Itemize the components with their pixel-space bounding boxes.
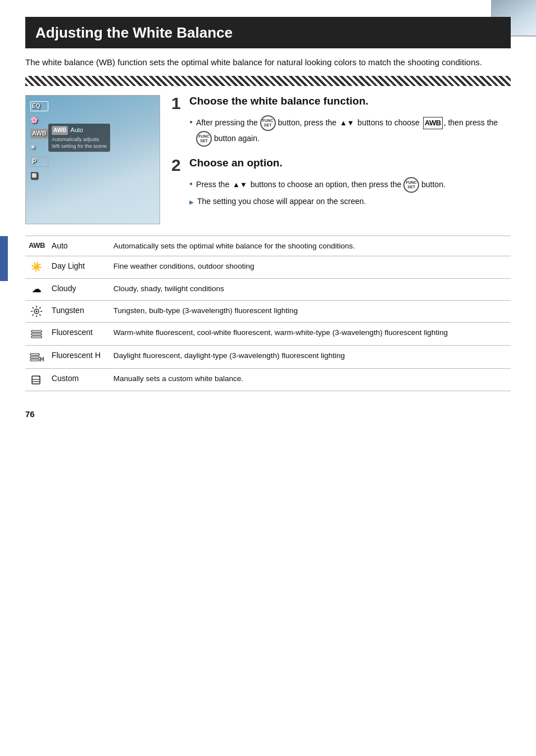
svg-text:H: H bbox=[40, 356, 44, 363]
camera-illustration: EQ 🌸 AWB ✳ P 🔲 AWB Auto Automatically ad… bbox=[25, 95, 160, 224]
row-icon-fluorescent-h: H bbox=[29, 353, 44, 360]
camera-desc1: Automatically adjusts bbox=[52, 137, 99, 142]
svg-rect-15 bbox=[30, 359, 39, 361]
side-tab bbox=[0, 236, 8, 281]
camera-desc2: WB setting for the scene bbox=[52, 143, 107, 149]
page-title: Adjusting the White Balance bbox=[25, 17, 511, 48]
svg-rect-13 bbox=[30, 354, 39, 355]
svg-point-9 bbox=[36, 311, 38, 313]
wb-options-table: AWB Auto Automatically sets the optimal … bbox=[25, 236, 511, 391]
row-desc-custom: Manually sets a custom white balance. bbox=[110, 369, 511, 391]
row-icon-custom bbox=[30, 374, 43, 384]
page-number: 76 bbox=[25, 408, 511, 420]
row-name-cloudy: Cloudy bbox=[48, 278, 110, 300]
row-icon-tungsten bbox=[30, 306, 43, 315]
step-2-number: 2 bbox=[171, 157, 184, 174]
step2-bullet1: Press the ▲▼ buttons to choose an option… bbox=[196, 177, 446, 193]
awb-box-label: AWB bbox=[52, 126, 68, 135]
step-1: 1 Choose the white balance function. ● A… bbox=[171, 95, 511, 147]
table-row: ☀️ Day Light Fine weather conditions, ou… bbox=[25, 256, 511, 278]
row-desc-fluorescent-h: Daylight fluorescent, daylight-type (3-w… bbox=[110, 346, 511, 369]
step-1-title: Choose the white balance function. bbox=[189, 95, 369, 108]
awb-icon-1: AWB bbox=[423, 117, 443, 129]
svg-rect-14 bbox=[30, 356, 39, 358]
bullet-dot-2b: ▶ bbox=[189, 198, 194, 207]
row-name-fluorescent-h: Fluorescent H bbox=[48, 346, 110, 369]
auto-label: Auto bbox=[70, 126, 83, 134]
bullet-dot-1: ● bbox=[189, 117, 193, 126]
step2-bullet2: The setting you chose will appear on the… bbox=[197, 196, 366, 208]
table-row: Custom Manually sets a custom white bala… bbox=[25, 369, 511, 391]
svg-line-5 bbox=[33, 307, 34, 309]
row-icon-auto: AWB bbox=[29, 241, 45, 250]
svg-rect-12 bbox=[31, 336, 42, 338]
step-2-title: Choose an option. bbox=[189, 157, 283, 170]
func-set-button-1: FUNCSET bbox=[260, 115, 276, 131]
row-icon-daylight: ☀️ bbox=[31, 262, 42, 271]
row-icon-fluorescent bbox=[30, 330, 43, 337]
row-name-fluorescent: Fluorescent bbox=[48, 323, 110, 346]
row-name-auto: Auto bbox=[48, 236, 110, 256]
table-row: AWB Auto Automatically sets the optimal … bbox=[25, 236, 511, 256]
bullet-dot-2a: ● bbox=[189, 179, 193, 188]
table-row: H Fluorescent H Daylight fluorescent, da… bbox=[25, 346, 511, 369]
svg-rect-10 bbox=[31, 331, 42, 332]
step-1-number: 1 bbox=[171, 95, 184, 112]
table-row: Tungsten Tungsten, bulb-type (3-waveleng… bbox=[25, 301, 511, 323]
svg-line-8 bbox=[33, 314, 34, 315]
stripe-divider bbox=[25, 76, 511, 86]
func-set-button-2: FUNCSET bbox=[196, 131, 212, 147]
row-icon-cloudy: ☁ bbox=[32, 284, 41, 294]
row-name-tungsten: Tungsten bbox=[48, 301, 110, 323]
row-name-daylight: Day Light bbox=[48, 256, 110, 278]
svg-rect-17 bbox=[32, 376, 40, 384]
table-row: ☁ Cloudy Cloudy, shady, twilight conditi… bbox=[25, 278, 511, 300]
row-desc-fluorescent: Warm-white fluorescent, cool-white fluor… bbox=[110, 323, 511, 346]
row-desc-tungsten: Tungsten, bulb-type (3-wavelength) fluor… bbox=[110, 301, 511, 323]
row-name-custom: Custom bbox=[48, 369, 110, 391]
row-desc-cloudy: Cloudy, shady, twilight conditions bbox=[110, 278, 511, 300]
intro-text: The white balance (WB) function sets the… bbox=[25, 56, 511, 69]
step1-bullet1: After pressing the FUNCSET button, press… bbox=[196, 115, 511, 147]
row-desc-daylight: Fine weather conditions, outdoor shootin… bbox=[110, 256, 511, 278]
svg-rect-11 bbox=[31, 333, 42, 335]
svg-line-7 bbox=[40, 307, 41, 309]
func-set-button-3: FUNCSET bbox=[403, 177, 419, 193]
row-desc-auto: Automatically sets the optimal white bal… bbox=[110, 236, 511, 256]
svg-line-6 bbox=[40, 314, 41, 315]
table-row: Fluorescent Warm-white fluorescent, cool… bbox=[25, 323, 511, 346]
step-2: 2 Choose an option. ● Press the ▲▼ butto… bbox=[171, 157, 511, 208]
